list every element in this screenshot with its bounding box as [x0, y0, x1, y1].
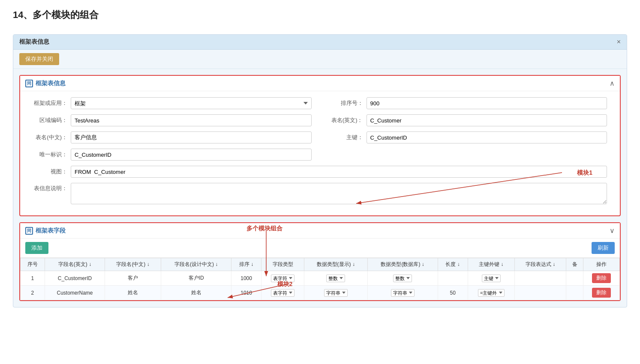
- framework-field: 框架或应用： 框架: [33, 97, 312, 109]
- order-label: 排序号：: [329, 99, 363, 107]
- order-input[interactable]: [367, 97, 607, 109]
- row2-data-type-display-select[interactable]: 字符串: [324, 289, 348, 297]
- row1-data-type-db-select[interactable]: 整数: [393, 274, 412, 282]
- primary-key-field: 主键：: [329, 131, 607, 143]
- col-field-type: 字段类型: [261, 258, 304, 271]
- row2-expression: [515, 286, 566, 300]
- section1-icon: 同: [25, 80, 33, 87]
- row2-primary-key-select[interactable]: =主键外: [478, 289, 505, 297]
- view-input[interactable]: [71, 166, 607, 178]
- add-field-button[interactable]: 添加: [25, 242, 48, 254]
- page-title: 14、多个模块的组合: [13, 9, 627, 21]
- fields-toolbar: 添加 刷新: [20, 239, 620, 257]
- row1-field-cn: 客户: [105, 271, 161, 286]
- row2-note: [566, 286, 583, 300]
- row1-primary-key-select[interactable]: 主键: [482, 274, 501, 282]
- col-field-cn: 字段名(中文) ↓: [105, 258, 161, 271]
- row1-field-type: 表字符: [261, 271, 304, 286]
- section-framework-fields: 同 框架表字段 ∨ 添加 刷新 序号 字段名(英文) ↓ 字段名(中文) ↓: [19, 222, 621, 301]
- row2-field-cn: 姓名: [105, 286, 161, 300]
- form-row-5: 视图：: [33, 166, 607, 178]
- col-data-type-db: 数据类型(数据库) ↓: [367, 258, 438, 271]
- fields-table: 序号 字段名(英文) ↓ 字段名(中文) ↓ 字段名(设计中文) ↓ 排序 ↓ …: [20, 258, 620, 300]
- unique-id-field: 唯一标识：: [33, 149, 312, 161]
- unique-id-input[interactable]: [71, 149, 312, 161]
- form-row-1: 框架或应用： 框架 排序号：: [33, 97, 607, 109]
- col-seq: 序号: [21, 258, 45, 271]
- order-field: 排序号：: [329, 97, 607, 109]
- row2-action: 删除: [583, 286, 620, 300]
- row1-delete-button[interactable]: 删除: [592, 273, 611, 283]
- window-close-button[interactable]: ×: [617, 38, 621, 46]
- row2-field-type-select[interactable]: 表字符: [271, 289, 294, 297]
- col-expression: 字段表达式 ↓: [515, 258, 566, 271]
- table-name-en-field: 表名(英文)：: [329, 114, 607, 126]
- table-desc-textarea[interactable]: [71, 183, 607, 204]
- primary-key-input[interactable]: [367, 131, 607, 143]
- table-desc-field: 表信息说明：: [33, 183, 607, 204]
- section2-icon: 同: [25, 227, 33, 235]
- row2-seq: 2: [21, 286, 45, 300]
- area-code-label: 区域编码：: [33, 116, 67, 124]
- save-close-button[interactable]: 保存并关闭: [19, 53, 59, 65]
- row1-primary-key: 主键: [468, 271, 515, 286]
- main-window: 框架表信息 × 保存并关闭 同 框架表信息 ∧ 框架或应用：: [13, 34, 627, 307]
- section2-collapse-button[interactable]: ∨: [610, 227, 615, 235]
- view-field: 视图：: [33, 166, 607, 178]
- section1-header: 同 框架表信息 ∧: [20, 76, 620, 91]
- section2-header: 同 框架表字段 ∨: [20, 223, 620, 239]
- row1-field-type-select[interactable]: 表字符: [271, 274, 294, 282]
- window-header-title: 框架表信息: [19, 38, 49, 46]
- section1-collapse-button[interactable]: ∧: [610, 79, 615, 87]
- toolbar: 保存并关闭: [13, 50, 627, 69]
- row1-expression: [515, 271, 566, 286]
- row1-field-design: 客户ID: [161, 271, 231, 286]
- row2-length: 50: [438, 286, 468, 300]
- row2-field-design: 姓名: [161, 286, 231, 300]
- view-label: 视图：: [33, 168, 67, 176]
- form-row-6: 表信息说明：: [33, 183, 607, 204]
- col-field-en: 字段名(英文) ↓: [45, 258, 105, 271]
- row2-order: 1010: [231, 286, 261, 300]
- col-field-design: 字段名(设计中文) ↓: [161, 258, 231, 271]
- col-note: 备: [566, 258, 583, 271]
- framework-label: 框架或应用：: [33, 99, 67, 107]
- table-name-en-input[interactable]: [367, 114, 607, 126]
- col-action: 操作: [583, 258, 620, 271]
- table-header-row: 序号 字段名(英文) ↓ 字段名(中文) ↓ 字段名(设计中文) ↓ 排序 ↓ …: [21, 258, 620, 271]
- table-name-cn-input[interactable]: [71, 131, 312, 143]
- framework-select[interactable]: 框架: [71, 97, 312, 109]
- table-body: 1 C_CustomerID 客户 客户ID 1000 表字符: [21, 271, 620, 300]
- row1-data-type-display-select[interactable]: 整数: [326, 274, 345, 282]
- row2-field-type: 表字符: [261, 286, 304, 300]
- section1-form-body: 框架或应用： 框架 排序号： 区域编码：: [20, 91, 620, 215]
- row2-data-type-db: 字符串: [367, 286, 438, 300]
- table-name-cn-field: 表名(中文)：: [33, 131, 312, 143]
- table-name-en-label: 表名(英文)：: [329, 116, 363, 124]
- row1-action: 删除: [583, 271, 620, 286]
- col-primary-key: 主键外键 ↓: [468, 258, 515, 271]
- row1-data-type-db: 整数: [367, 271, 438, 286]
- row1-field-en: C_CustomerID: [45, 271, 105, 286]
- section1-title: 同 框架表信息: [25, 80, 66, 87]
- form-row-4: 唯一标识：: [33, 149, 607, 161]
- unique-id-label: 唯一标识：: [33, 151, 67, 158]
- fields-table-container: 序号 字段名(英文) ↓ 字段名(中文) ↓ 字段名(设计中文) ↓ 排序 ↓ …: [20, 257, 620, 300]
- col-length: 长度 ↓: [438, 258, 468, 271]
- table-name-cn-label: 表名(中文)：: [33, 134, 67, 141]
- row1-order: 1000: [231, 271, 261, 286]
- refresh-button[interactable]: 刷新: [592, 242, 615, 254]
- section2-title: 同 框架表字段: [25, 227, 66, 235]
- row2-data-type-db-select[interactable]: 字符串: [391, 289, 415, 297]
- row2-delete-button[interactable]: 删除: [592, 288, 611, 298]
- form-row-3: 表名(中文)： 主键：: [33, 131, 607, 143]
- row1-length: [438, 271, 468, 286]
- row2-data-type-display: 字符串: [304, 286, 367, 300]
- area-code-field: 区域编码：: [33, 114, 312, 126]
- row1-seq: 1: [21, 271, 45, 286]
- area-code-input[interactable]: [71, 114, 312, 126]
- table-row: 2 CustomerName 姓名 姓名 1010 表字符: [21, 286, 620, 300]
- row1-data-type-display: 整数: [304, 271, 367, 286]
- row2-field-en: CustomerName: [45, 286, 105, 300]
- content-wrapper: 同 框架表信息 ∧ 框架或应用： 框架 排序号：: [13, 75, 627, 301]
